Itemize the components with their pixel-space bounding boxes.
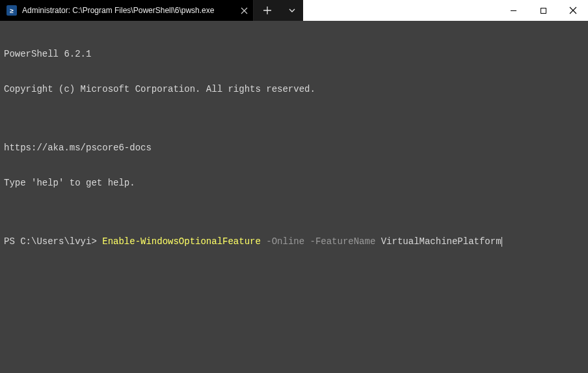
cmdlet-token: Enable-WindowsOptionalFeature [102,236,261,247]
svg-rect-0 [541,8,546,13]
titlebar: ≥ Administrator: C:\Program Files\PowerS… [0,0,588,21]
terminal-line: Copyright (c) Microsoft Corporation. All… [4,83,584,95]
powershell-icon: ≥ [7,5,17,16]
tab-dropdown-button[interactable] [281,0,303,21]
new-tab-button[interactable] [254,0,281,21]
tab-title: Administrator: C:\Program Files\PowerShe… [22,6,234,15]
arg-token: VirtualMachinePlatform [381,236,501,247]
terminal-line: Type 'help' to get help. [4,177,584,189]
tab-powershell[interactable]: ≥ Administrator: C:\Program Files\PowerS… [0,0,254,21]
titlebar-drag-area[interactable] [303,0,498,21]
param-token: -Online [261,236,310,247]
cursor [501,237,502,247]
terminal-line: https://aka.ms/pscore6-docs [4,142,584,154]
tabstrip: ≥ Administrator: C:\Program Files\PowerS… [0,0,303,21]
maximize-button[interactable] [528,0,558,21]
powershell-icon-glyph: ≥ [10,7,14,14]
app-window: ≥ Administrator: C:\Program Files\PowerS… [0,0,588,373]
window-controls [498,0,588,21]
terminal-pane[interactable]: PowerShell 6.2.1 Copyright (c) Microsoft… [0,21,588,373]
prompt: PS C:\Users\lvyi> [4,236,102,247]
tab-close-button[interactable] [239,5,249,16]
param-token: -FeatureName [310,236,381,247]
minimize-button[interactable] [498,0,528,21]
close-button[interactable] [558,0,588,21]
terminal-command-line: PS C:\Users\lvyi> Enable-WindowsOptional… [4,236,584,247]
terminal-line: PowerShell 6.2.1 [4,48,584,60]
tab-actions [254,0,303,21]
